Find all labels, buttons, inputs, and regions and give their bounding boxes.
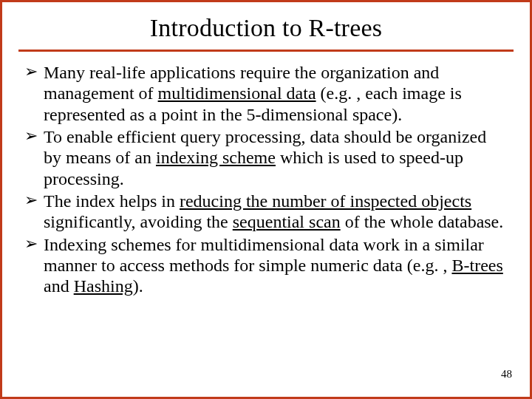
bullet-underline: reducing the number of inspected objects xyxy=(180,191,471,211)
page-number: 48 xyxy=(501,368,512,381)
bullet-text: of the whole database. xyxy=(341,212,504,231)
slide-content: ➢ Many real-life applications require th… xyxy=(2,52,530,296)
bullet-text: The index helps in xyxy=(44,191,180,211)
bullet-text: and xyxy=(44,276,74,296)
bullet-text: significantly, avoiding the xyxy=(44,212,233,231)
bullet-underline: indexing scheme xyxy=(156,148,276,167)
chevron-right-icon: ➢ xyxy=(24,191,38,210)
bullet-text: ). xyxy=(133,276,143,296)
bullet-item: ➢ Many real-life applications require th… xyxy=(24,62,508,125)
slide-title: Introduction to R-trees xyxy=(32,14,500,42)
bullet-item: ➢ The index helps in reducing the number… xyxy=(24,191,508,233)
bullet-underline: Hashing xyxy=(74,276,133,296)
bullet-item: ➢ To enable efficient query processing, … xyxy=(24,126,508,189)
chevron-right-icon: ➢ xyxy=(24,62,38,81)
bullet-item: ➢ Indexing schemes for multidimensional … xyxy=(24,234,508,297)
bullet-underline: sequential scan xyxy=(233,212,341,231)
bullet-underline: multidimensional data xyxy=(158,83,316,103)
bullet-text: Indexing schemes for multidimensional da… xyxy=(44,235,484,275)
slide-frame: Introduction to R-trees ➢ Many real-life… xyxy=(0,0,532,399)
chevron-right-icon: ➢ xyxy=(24,126,38,146)
bullet-underline: B-trees xyxy=(451,256,502,275)
title-block: Introduction to R-trees xyxy=(2,2,530,47)
chevron-right-icon: ➢ xyxy=(24,234,38,253)
